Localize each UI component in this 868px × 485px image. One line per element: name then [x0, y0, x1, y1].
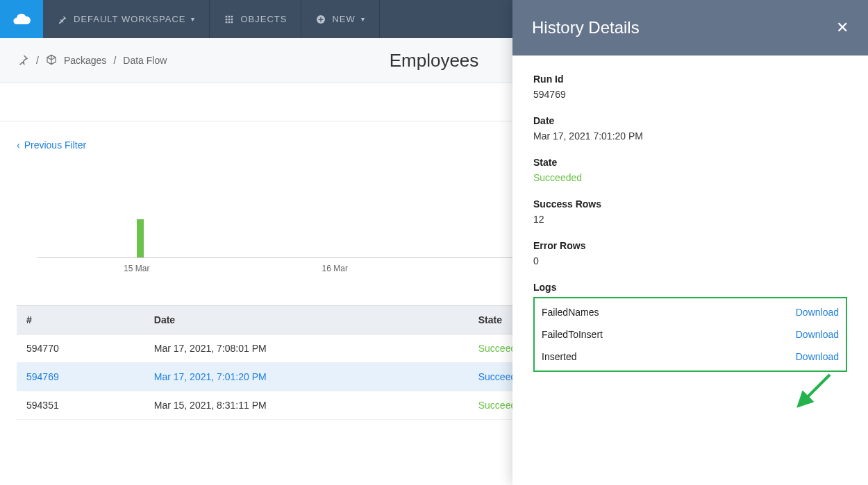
plus-circle-icon: [315, 14, 326, 25]
cell-date: Mar 15, 2021, 8:31:11 PM: [144, 391, 469, 420]
cloud-icon: [12, 10, 31, 29]
nav-workspace-label: DEFAULT WORKSPACE: [74, 14, 185, 24]
chevron-down-icon: ▾: [191, 15, 195, 23]
cell-id: 594769: [17, 363, 144, 391]
logs-list: FailedNamesDownloadFailedToInsertDownloa…: [533, 297, 847, 372]
cell-id: 594351: [17, 391, 144, 420]
run-id-label: Run Id: [533, 74, 847, 85]
chevron-down-icon: ▾: [361, 15, 365, 23]
date-label: Date: [533, 115, 847, 126]
breadcrumb: / Packages / Data Flow: [17, 53, 167, 68]
chart-bar[interactable]: [137, 219, 144, 257]
download-link[interactable]: Download: [796, 307, 839, 318]
log-name: FailedToInsert: [542, 329, 603, 340]
previous-filter-link[interactable]: ‹ Previous Filter: [17, 139, 86, 151]
nav-new[interactable]: NEW ▾: [301, 0, 379, 38]
nav-objects[interactable]: OBJECTS: [210, 0, 301, 38]
breadcrumb-sep: /: [36, 55, 39, 66]
cell-date: Mar 17, 2021, 7:01:20 PM: [144, 363, 469, 391]
cell-id: 594770: [17, 334, 144, 363]
panel-title: History Details: [532, 18, 640, 37]
pin-icon[interactable]: [17, 53, 29, 68]
log-row: FailedNamesDownload: [542, 301, 839, 323]
chart-tick: 15 Mar: [124, 264, 149, 273]
nav-workspace[interactable]: DEFAULT WORKSPACE ▾: [43, 0, 210, 38]
success-rows-label: Success Rows: [533, 198, 847, 210]
run-id-value: 594769: [533, 89, 847, 100]
error-rows-value: 0: [533, 255, 847, 266]
log-name: FailedNames: [542, 307, 599, 318]
panel-header: History Details ✕: [512, 0, 868, 56]
download-link[interactable]: Download: [796, 329, 839, 340]
breadcrumb-sep: /: [113, 55, 116, 66]
app-logo[interactable]: [0, 0, 43, 38]
breadcrumb-packages[interactable]: Packages: [64, 55, 106, 66]
nav-new-label: NEW: [332, 14, 355, 24]
col-date[interactable]: Date: [144, 306, 469, 334]
log-row: InsertedDownload: [542, 346, 839, 368]
page-title: Employees: [390, 50, 479, 71]
pin-icon: [57, 14, 68, 25]
panel-body: Run Id 594769 Date Mar 17, 2021 7:01:20 …: [512, 56, 868, 390]
error-rows-label: Error Rows: [533, 240, 847, 251]
close-icon[interactable]: ✕: [836, 19, 849, 37]
grid-icon: [224, 14, 235, 25]
date-value: Mar 17, 2021 7:01:20 PM: [533, 130, 847, 142]
logs-label: Logs: [533, 282, 847, 293]
nav-objects-label: OBJECTS: [240, 14, 287, 24]
history-details-panel: History Details ✕ Run Id 594769 Date Mar…: [512, 0, 868, 485]
chart-tick: 16 Mar: [322, 264, 348, 273]
cell-date: Mar 17, 2021, 7:08:01 PM: [144, 334, 469, 363]
package-icon: [46, 54, 57, 67]
state-value: Succeeded: [533, 172, 847, 183]
previous-filter-label: Previous Filter: [24, 139, 86, 151]
chevron-left-icon: ‹: [17, 139, 20, 151]
log-row: FailedToInsertDownload: [542, 323, 839, 346]
download-link[interactable]: Download: [796, 351, 839, 362]
col-id[interactable]: #: [17, 306, 144, 334]
log-name: Inserted: [542, 351, 577, 362]
success-rows-value: 12: [533, 214, 847, 225]
state-label: State: [533, 157, 847, 168]
breadcrumb-current: Data Flow: [123, 55, 167, 66]
